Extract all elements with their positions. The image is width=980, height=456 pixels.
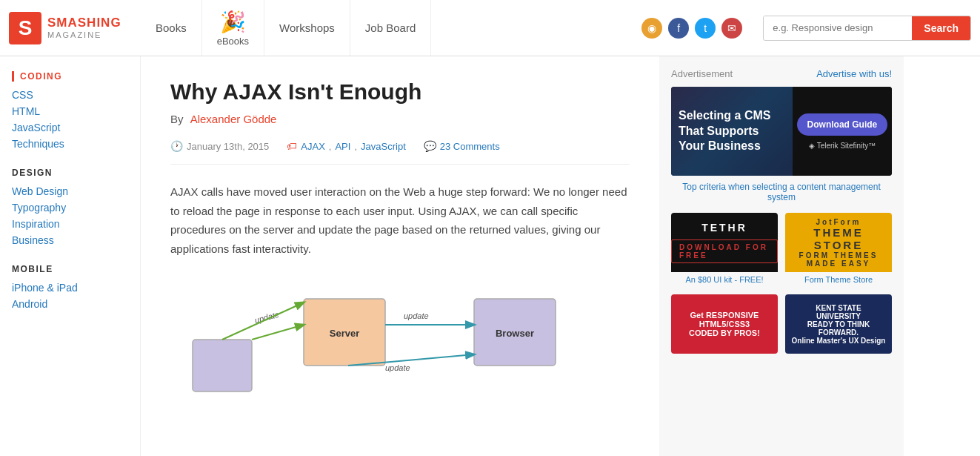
svg-text:update: update (404, 311, 429, 320)
telerik-icon: ◈ (809, 142, 815, 150)
article-title: Why AJAX Isn't Enough (170, 79, 630, 105)
rss-icon[interactable]: ◉ (641, 18, 662, 39)
sidebar-item-techniques[interactable]: Techniques (12, 138, 128, 150)
sidebar-item-iphone[interactable]: iPhone & iPad (12, 282, 128, 294)
twitter-icon[interactable]: t (695, 18, 716, 39)
sidebar-item-typography[interactable]: Typography (12, 202, 128, 214)
download-guide-button[interactable]: Download Guide (797, 113, 888, 136)
social-icons: ◉ f t ✉ (630, 18, 754, 39)
svg-text:update: update (385, 363, 410, 372)
search-button[interactable]: Search (912, 16, 970, 40)
jotform-label: Form Theme Store (785, 272, 892, 287)
sidebar-design-title: DESIGN (12, 168, 128, 178)
ebooks-label: eBooks (217, 36, 249, 47)
nav-workshops[interactable]: Workshops (264, 0, 350, 56)
advertise-link[interactable]: Advertise with us! (816, 68, 892, 79)
tethr-label: An $80 UI kit - FREE! (671, 272, 778, 287)
kent-ad-text: KENT STATEUNIVERSITYREADY TO THINK FORWA… (791, 304, 886, 345)
page-layout: CoDING CSS HTML JavaScript Techniques DE… (0, 56, 980, 456)
left-sidebar: CoDING CSS HTML JavaScript Techniques DE… (0, 56, 141, 456)
jotform-ad[interactable]: JotForm THEME STORE FORM THEMES MADE EAS… (785, 213, 892, 287)
tag-icon: 🏷 (287, 140, 297, 152)
logo-text: SMASHING MAGAZINE (47, 16, 121, 39)
article-comments: 💬 23 Comments (424, 140, 500, 152)
ad-header: Advertisement Advertise with us! (671, 68, 892, 79)
svg-text:update: update (253, 310, 280, 325)
facebook-icon[interactable]: f (668, 18, 689, 39)
header: S SMASHING MAGAZINE Books 🎉 eBooks Works… (0, 0, 980, 56)
tag-ajax[interactable]: AJAX (301, 141, 325, 152)
author-link[interactable]: Alexander Gödde (190, 113, 277, 125)
svg-text:Browser: Browser (496, 328, 534, 339)
byline-prefix: By (170, 113, 184, 125)
article-byline: By Alexander Gödde (170, 113, 630, 125)
article-meta: 🕐 January 13th, 2015 🏷 AJAX, API, JavaSc… (170, 140, 630, 165)
right-sidebar: Advertisement Advertise with us! Selecti… (659, 56, 904, 456)
ebooks-icon: 🎉 (220, 10, 246, 34)
logo-smashing: SMASHING (47, 16, 121, 30)
sidebar-item-business[interactable]: Business (12, 234, 128, 246)
clock-icon: 🕐 (170, 140, 183, 152)
main-content: Why AJAX Isn't Enough By Alexander Gödde… (141, 56, 659, 456)
tethr-image: TETHR DOWNLOAD FOR FREE (671, 213, 778, 272)
sidebar-coding-title: CoDING (12, 71, 128, 82)
search-input[interactable] (764, 16, 912, 39)
advertisement-label: Advertisement (671, 68, 733, 79)
nav-ebooks[interactable]: 🎉 eBooks (202, 0, 264, 56)
ad-cta-area: Download Guide ◈ Telerik Sitefinity™ (793, 87, 892, 176)
logo-magazine: MAGAZINE (47, 30, 121, 39)
nav-books[interactable]: Books (141, 0, 202, 56)
tethr-btn: DOWNLOAD FOR FREE (671, 239, 778, 263)
jotform-image: JotForm THEME STORE FORM THEMES MADE EAS… (785, 213, 892, 272)
sidebar-item-css[interactable]: CSS (12, 89, 128, 101)
svg-text:Server: Server (330, 328, 359, 339)
tag-javascript[interactable]: JavaScript (361, 141, 406, 152)
html5-ad[interactable]: Get RESPONSIVEHTML5/CSS3CODED BY PROS! (671, 294, 778, 354)
svg-line-11 (222, 303, 304, 340)
ad-image: Selecting a CMS That Supports Your Busin… (671, 87, 793, 176)
logo-area[interactable]: S SMASHING MAGAZINE (0, 12, 141, 44)
sidebar-mobile-section: MOBILE iPhone & iPad Android (0, 264, 140, 310)
nav-jobboard[interactable]: Job Board (350, 0, 431, 56)
article-intro: AJAX calls have moved user interaction o… (170, 182, 630, 258)
kent-ad[interactable]: KENT STATEUNIVERSITYREADY TO THINK FORWA… (785, 294, 892, 354)
comment-icon: 💬 (424, 140, 436, 152)
logo-icon[interactable]: S (9, 12, 41, 44)
ad-grid-row2: Get RESPONSIVEHTML5/CSS3CODED BY PROS! K… (671, 294, 892, 354)
svg-line-5 (252, 325, 304, 340)
ad-cms-title: Selecting a CMS That Supports Your Busin… (671, 101, 793, 162)
ad-caption[interactable]: Top criteria when selecting a content ma… (671, 182, 892, 202)
sidebar-item-html[interactable]: HTML (12, 105, 128, 117)
article-tags: 🏷 AJAX, API, JavaScript (287, 140, 405, 152)
search-area: Search (754, 16, 980, 41)
jotform-title: THEME STORE (789, 226, 888, 251)
jotform-tagline: FORM THEMES MADE EASY (789, 251, 888, 268)
sidebar-item-inspiration[interactable]: Inspiration (12, 218, 128, 230)
sidebar-coding-section: CoDING CSS HTML JavaScript Techniques (0, 71, 140, 150)
main-ad-banner[interactable]: Selecting a CMS That Supports Your Busin… (671, 87, 892, 176)
diagram-svg: Server Browser update update update (185, 280, 615, 399)
tag-api[interactable]: API (335, 141, 350, 152)
ad-grid-row1: TETHR DOWNLOAD FOR FREE An $80 UI kit - … (671, 213, 892, 287)
sidebar-design-section: DESIGN Web Design Typography Inspiration… (0, 168, 140, 246)
comments-link[interactable]: 23 Comments (440, 141, 500, 152)
article-date: 🕐 January 13th, 2015 (170, 140, 269, 152)
tethr-title: TETHR (701, 222, 747, 234)
sidebar-item-android[interactable]: Android (12, 298, 128, 310)
sidebar-item-webdesign[interactable]: Web Design (12, 185, 128, 197)
ajax-diagram: Server Browser update update update (170, 280, 630, 399)
jotform-subtitle: JotForm (816, 218, 861, 226)
tethr-ad[interactable]: TETHR DOWNLOAD FOR FREE An $80 UI kit - … (671, 213, 778, 287)
email-icon[interactable]: ✉ (721, 18, 742, 39)
telerik-logo: ◈ Telerik Sitefinity™ (809, 142, 876, 150)
sidebar-mobile-title: MOBILE (12, 264, 128, 274)
search-input-wrap: Search (763, 16, 971, 41)
svg-rect-0 (193, 340, 252, 391)
main-nav: Books 🎉 eBooks Workshops Job Board (141, 0, 630, 56)
html5-ad-text: Get RESPONSIVEHTML5/CSS3CODED BY PROS! (689, 311, 760, 337)
sidebar-item-javascript[interactable]: JavaScript (12, 122, 128, 133)
telerik-text: Telerik Sitefinity™ (817, 142, 876, 150)
date-text: January 13th, 2015 (187, 141, 269, 152)
